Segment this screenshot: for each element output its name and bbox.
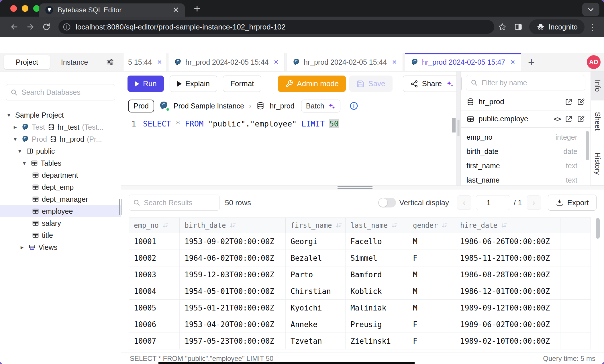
edit-icon[interactable]: [577, 115, 585, 123]
database-name[interactable]: hr_prod: [270, 102, 294, 110]
url-bar[interactable]: localhost:8080/sql-editor/prod-sample-in…: [58, 20, 494, 34]
tree-item-tables-group[interactable]: ▾Tables: [0, 157, 121, 169]
schema-scrollbar[interactable]: [586, 131, 589, 160]
close-window-button[interactable]: [10, 5, 17, 12]
editor-tab[interactable]: hr_prod 2024-02-05 15:44×: [168, 53, 285, 71]
sort-icon: [441, 222, 448, 229]
schema-filter[interactable]: [466, 75, 585, 90]
sql-editor[interactable]: 1 SELECT * FROM "public"."employee" LIMI…: [121, 116, 456, 185]
column-header-last_name[interactable]: last_name: [346, 218, 408, 233]
close-icon[interactable]: ×: [510, 58, 515, 66]
browser-tab[interactable]: Bytebase SQL Editor ✕: [39, 3, 185, 17]
results-table: emp_nobirth_datefirst_namelast_namegende…: [129, 217, 591, 349]
table-row[interactable]: 100041954-05-01T00:00:00ZChirstianKoblic…: [129, 283, 591, 300]
page-number-input[interactable]: 1: [476, 195, 510, 210]
tree-item-table-employee[interactable]: employee: [0, 205, 121, 217]
right-rail: Info Sheet History: [591, 72, 604, 185]
back-button[interactable]: [6, 19, 22, 35]
new-browser-tab-button[interactable]: +: [194, 2, 200, 15]
table-cell: Maliniak: [346, 300, 408, 316]
run-button[interactable]: Run: [128, 76, 164, 92]
external-link-icon[interactable]: [565, 98, 573, 106]
table-row[interactable]: 100061953-04-20T00:00:00ZAnnekePreusigF1…: [129, 316, 591, 333]
view-code-icon[interactable]: <>: [554, 115, 561, 123]
filter-sliders-icon[interactable]: [105, 58, 115, 67]
tree-item-table-salary[interactable]: salary: [0, 217, 121, 229]
admin-mode-button[interactable]: Admin mode: [278, 76, 346, 92]
prev-page-button[interactable]: ‹: [457, 195, 471, 210]
site-info-icon[interactable]: [62, 23, 71, 31]
side-panel-icon[interactable]: [510, 19, 526, 35]
column-header-hire_date[interactable]: hire_date: [455, 218, 560, 233]
table-row[interactable]: 100051955-01-21T00:00:00ZKyoichiMaliniak…: [129, 300, 591, 316]
table-row[interactable]: 100011953-09-02T00:00:00ZGeorgiFacelloM1…: [129, 233, 591, 250]
explain-button[interactable]: Explain: [170, 76, 217, 92]
sidebar-resize-handle[interactable]: [119, 199, 122, 215]
column-header-first_name[interactable]: first_name: [286, 218, 346, 233]
close-icon[interactable]: ×: [274, 58, 279, 66]
url-text: localhost:8080/sql-editor/prod-sample-in…: [76, 23, 286, 31]
results-resize-divider[interactable]: [121, 185, 604, 189]
user-avatar[interactable]: AD: [587, 55, 601, 69]
tree-item-views-group[interactable]: ▸Views: [0, 241, 121, 253]
rail-tab-info[interactable]: Info: [591, 72, 604, 100]
forward-button[interactable]: [22, 19, 38, 35]
database-search-input[interactable]: [21, 88, 111, 96]
results-scrollbar[interactable]: [596, 218, 600, 239]
save-button[interactable]: Save: [349, 76, 392, 92]
column-header-emp_no[interactable]: emp_no: [129, 218, 180, 233]
share-icon: [410, 80, 418, 88]
next-page-button[interactable]: ›: [527, 195, 541, 210]
external-link-icon[interactable]: [565, 115, 573, 123]
tree-item-table-dept_emp[interactable]: dept_emp: [0, 181, 121, 193]
edit-icon[interactable]: [577, 98, 585, 106]
info-icon[interactable]: [349, 101, 358, 110]
database-icon: [256, 102, 265, 110]
table-row[interactable]: 100031959-12-03T00:00:00ZPartoBamfordM19…: [129, 266, 591, 283]
minimize-window-button[interactable]: [22, 5, 28, 12]
schema-panel: hr_prod public.employe <>: [461, 72, 591, 185]
close-icon[interactable]: ×: [157, 58, 162, 66]
tree-item-sample-project[interactable]: ▾Sample Project: [0, 109, 121, 121]
browser-menu-icon[interactable]: ⋮: [587, 22, 598, 32]
table-row[interactable]: 100071957-05-23T00:00:00ZTzvetanZielinsk…: [129, 333, 591, 349]
results-search[interactable]: [129, 195, 220, 211]
tab-search-button[interactable]: [582, 3, 599, 16]
panel-resize-gutter[interactable]: [456, 72, 461, 185]
schema-filter-input[interactable]: [482, 79, 581, 87]
tree-item-table-department[interactable]: department: [0, 169, 121, 181]
column-header-gender[interactable]: gender: [408, 218, 455, 233]
tree-item-hr-prod[interactable]: ▾Prodhr_prod(Pr...: [0, 133, 121, 145]
column-header-birth_date[interactable]: birth_date: [180, 218, 286, 233]
database-search[interactable]: [6, 84, 115, 100]
editor-tab[interactable]: hr_prod 2024-02-05 15:44×: [287, 53, 403, 71]
bookmark-star-icon[interactable]: [494, 19, 510, 35]
close-icon[interactable]: ×: [392, 58, 397, 66]
batch-button[interactable]: Batch: [301, 100, 340, 112]
editor-scrollbar[interactable]: [452, 118, 456, 132]
new-sheet-button[interactable]: +: [528, 56, 535, 69]
sql-token: "public"."employee": [208, 119, 301, 128]
rail-tab-sheet[interactable]: Sheet: [591, 100, 604, 142]
export-button[interactable]: Export: [548, 195, 597, 211]
tree-item-table-title[interactable]: title: [0, 229, 121, 241]
reload-button[interactable]: [38, 19, 54, 35]
tree-item-schema-public[interactable]: ▾public: [0, 145, 121, 157]
ai-sparkle-icon[interactable]: [446, 80, 454, 88]
tab-instance[interactable]: Instance: [52, 58, 97, 66]
rail-tab-history[interactable]: History: [591, 142, 604, 185]
tab-project[interactable]: Project: [4, 55, 50, 69]
editor-tab[interactable]: 5 15:44×: [123, 53, 166, 71]
column-header-label: last_name: [350, 221, 388, 230]
browser-tab-close-icon[interactable]: ✕: [172, 6, 179, 14]
tree-item-hr-test[interactable]: ▸Testhr_test(Test...: [0, 121, 121, 133]
results-search-input[interactable]: [144, 199, 216, 207]
format-button[interactable]: Format: [223, 76, 261, 92]
instance-name[interactable]: Prod Sample Instance: [174, 102, 244, 110]
tree-item-table-dept_manager[interactable]: dept_manager: [0, 193, 121, 205]
maximize-window-button[interactable]: [33, 5, 40, 12]
editor-tab[interactable]: hr_prod 2024-02-05 15:47×: [405, 53, 521, 71]
table-row[interactable]: 100021964-06-02T00:00:00ZBezalelSimmelF1…: [129, 250, 591, 266]
vertical-display-toggle[interactable]: [378, 198, 396, 207]
share-button[interactable]: Share: [403, 76, 462, 92]
